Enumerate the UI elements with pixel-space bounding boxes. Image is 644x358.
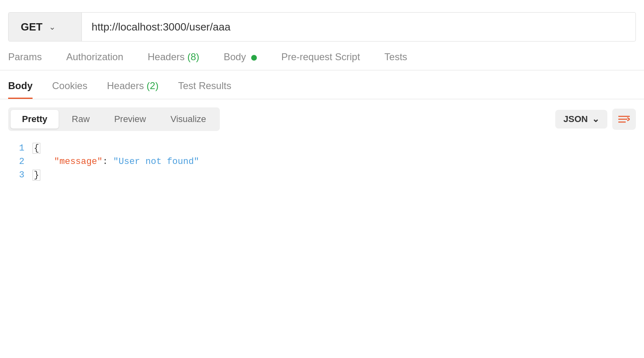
json-type-dropdown[interactable]: JSON ⌄ — [555, 110, 607, 129]
request-tabs: Params Authorization Headers (8) Body Pr… — [0, 51, 644, 70]
word-wrap-icon — [618, 115, 630, 124]
line-number-2: 2 — [8, 157, 33, 167]
tab-headers[interactable]: Headers (8) — [148, 51, 199, 70]
tab-body[interactable]: Body — [224, 51, 257, 70]
format-buttons-group: Pretty Raw Preview Visualize — [8, 107, 220, 131]
method-label: GET — [21, 21, 42, 33]
response-tab-test-results[interactable]: Test Results — [178, 80, 231, 99]
response-headers-badge: (2) — [147, 80, 158, 91]
body-dot-icon — [251, 55, 257, 61]
method-dropdown[interactable]: GET ⌄ — [9, 13, 82, 41]
line-number-1: 1 — [8, 143, 33, 153]
json-type-chevron-icon: ⌄ — [592, 114, 599, 124]
response-tab-headers[interactable]: Headers (2) — [107, 80, 159, 99]
response-tab-cookies[interactable]: Cookies — [52, 80, 88, 99]
json-body-content: 1 { 2 "message": "User not found" 3 } — [0, 139, 644, 188]
url-bar: GET ⌄ — [8, 12, 636, 41]
headers-badge: (8) — [187, 51, 199, 62]
json-open-brace: { — [33, 143, 40, 154]
json-colon: : — [103, 157, 113, 167]
format-toolbar: Pretty Raw Preview Visualize JSON ⌄ — [0, 99, 644, 139]
tab-tests[interactable]: Tests — [384, 51, 407, 70]
tab-params[interactable]: Params — [8, 51, 42, 70]
word-wrap-button[interactable] — [612, 109, 636, 130]
json-value-message: "User not found" — [113, 157, 199, 167]
response-tab-body[interactable]: Body — [8, 80, 33, 99]
tab-authorization[interactable]: Authorization — [66, 51, 123, 70]
line-number-3: 3 — [8, 170, 33, 180]
format-visualize-button[interactable]: Visualize — [159, 110, 218, 129]
json-key-message: "message" — [54, 157, 103, 167]
format-preview-button[interactable]: Preview — [103, 110, 157, 129]
method-chevron-icon: ⌄ — [49, 22, 56, 32]
format-raw-button[interactable]: Raw — [60, 110, 101, 129]
json-close-brace: } — [33, 170, 40, 181]
format-right-controls: JSON ⌄ — [555, 109, 636, 130]
json-type-label: JSON — [563, 114, 588, 124]
format-pretty-button[interactable]: Pretty — [11, 110, 59, 129]
response-tabs: Body Cookies Headers (2) Test Results — [0, 80, 644, 99]
json-line-3: 3 } — [8, 170, 636, 180]
tab-pre-request-script[interactable]: Pre-request Script — [281, 51, 360, 70]
json-line-2: 2 "message": "User not found" — [8, 157, 636, 167]
json-line-1: 1 { — [8, 143, 636, 153]
url-input[interactable] — [82, 21, 635, 33]
